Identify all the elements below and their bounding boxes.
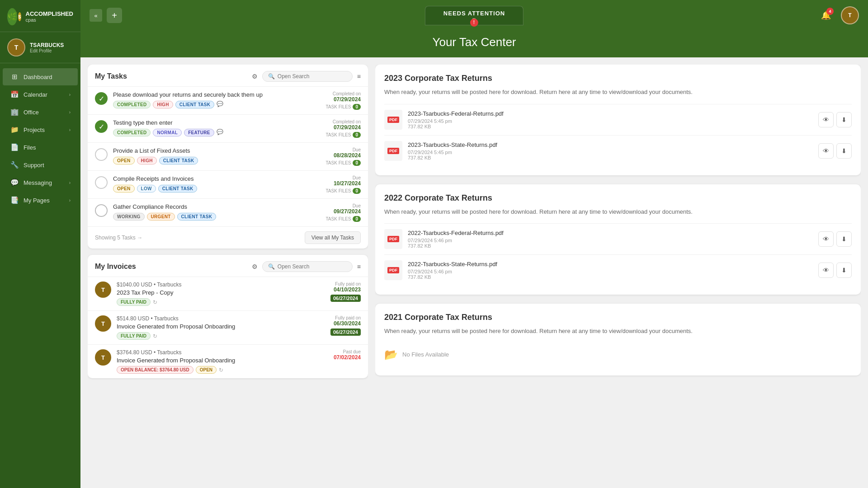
- sidebar-item-label: Dashboard: [24, 74, 52, 80]
- task-files-badge: 0: [353, 188, 361, 194]
- invoices-sort-icon[interactable]: ≡: [357, 263, 361, 270]
- tasks-sort-icon[interactable]: ≡: [357, 73, 361, 80]
- sidebar-item-support[interactable]: 🔧 Support: [3, 156, 78, 174]
- chevron-right-icon: ›: [69, 180, 71, 185]
- pdf-date: 07/29/2024 5:45 pm: [408, 150, 813, 155]
- chevron-right-icon: ›: [69, 92, 71, 97]
- invoice-content: $3764.80 USD • Tsarbucks Invoice Generat…: [117, 349, 301, 374]
- invoice-title[interactable]: Invoice Generated from Proposal Onboardi…: [117, 323, 301, 330]
- task-meta-label: Due: [302, 203, 361, 208]
- table-row: ✓ Testing type then enter COMPLETED NORM…: [88, 114, 368, 142]
- task-check-completed[interactable]: ✓: [95, 92, 108, 105]
- invoice-title[interactable]: 2023 Tax Prep - Copy: [117, 289, 301, 296]
- pdf-item: PDF 2023-Tsarbucks-State-Returns.pdf 07/…: [384, 135, 852, 166]
- right-column: 2023 Corporate Tax Returns When ready, y…: [375, 65, 861, 481]
- my-invoices-card: My Invoices ⚙ 🔍 ≡ T $1040.00 USD • Tsarb…: [88, 255, 368, 378]
- pdf-icon: PDF: [384, 110, 402, 130]
- task-tags: OPEN HIGH CLIENT TASK: [113, 157, 297, 164]
- tasks-search-bar: 🔍: [262, 71, 353, 82]
- edit-profile-link[interactable]: Edit Profile: [30, 48, 64, 53]
- task-comment-icon[interactable]: 💬: [217, 129, 223, 136]
- list-item: T $514.80 USD • Tsarbucks Invoice Genera…: [88, 310, 368, 344]
- main-content: « + NEEDS ATTENTION ▼ ! 🔔 4 T Your Tax C…: [80, 0, 868, 488]
- needs-attention-banner[interactable]: NEEDS ATTENTION ▼ !: [425, 6, 524, 25]
- sidebar-item-mypages[interactable]: 📑 My Pages ›: [3, 192, 78, 209]
- add-button[interactable]: +: [107, 8, 122, 23]
- task-content: Provide a List of Fixed Assets OPEN HIGH…: [113, 147, 297, 164]
- invoice-title[interactable]: Invoice Generated from Proposal Onboardi…: [117, 357, 301, 364]
- invoice-content: $1040.00 USD • Tsarbucks 2023 Tax Prep -…: [117, 282, 301, 306]
- refresh-icon[interactable]: ↻: [153, 333, 157, 339]
- pdf-actions: 👁 ⬇: [818, 263, 852, 278]
- invoices-search-input[interactable]: [278, 263, 347, 270]
- pdf-size: 737.82 KB: [408, 155, 813, 160]
- task-files: TASK FILES 0: [302, 132, 361, 138]
- tax-section-title: 2022 Corporate Tax Returns: [384, 193, 852, 203]
- pdf-info: 2022-Tsarbucks-State-Returns.pdf 07/29/2…: [408, 261, 813, 280]
- invoice-avatar: T: [95, 315, 111, 332]
- task-tags: COMPLETED HIGH CLIENT TASK 💬: [113, 101, 297, 108]
- task-files-badge: 0: [353, 132, 361, 138]
- task-check-open[interactable]: [95, 176, 108, 189]
- invoice-avatar: T: [95, 349, 111, 366]
- pdf-download-button[interactable]: ⬇: [836, 143, 852, 159]
- sidebar-item-projects[interactable]: 📁 Projects ›: [3, 121, 78, 138]
- pdf-item: PDF 2022-Tsarbucks-Federal-Returns.pdf 0…: [384, 223, 852, 254]
- pdf-view-button[interactable]: 👁: [818, 143, 834, 159]
- task-check-open[interactable]: [95, 148, 108, 161]
- invoice-content: $514.80 USD • Tsarbucks Invoice Generate…: [117, 315, 301, 340]
- task-files-badge: 0: [353, 216, 361, 222]
- task-meta-label: Due: [302, 147, 361, 152]
- notification-button[interactable]: 🔔 4: [818, 8, 834, 23]
- tasks-search-input[interactable]: [278, 73, 347, 80]
- task-meta: Due 08/28/2024 TASK FILES 0: [302, 147, 361, 166]
- view-all-tasks-button[interactable]: View all My Tasks: [305, 231, 361, 244]
- invoice-meta: Past due 07/02/2024: [307, 349, 361, 361]
- pdf-view-button[interactable]: 👁: [818, 231, 834, 247]
- tasks-filter-icon[interactable]: ⚙: [252, 73, 258, 80]
- pdf-icon: PDF: [384, 260, 402, 280]
- sidebar-item-dashboard[interactable]: ⊞ Dashboard: [3, 68, 78, 85]
- top-user-avatar[interactable]: T: [841, 6, 859, 24]
- refresh-icon[interactable]: ↻: [219, 367, 223, 373]
- task-meta: Due 10/27/2024 TASK FILES 0: [302, 175, 361, 194]
- task-meta-label: Completed on: [302, 91, 361, 96]
- task-tags: OPEN LOW CLIENT TASK: [113, 185, 297, 192]
- folder-icon: 📂: [384, 348, 398, 361]
- pdf-download-button[interactable]: ⬇: [836, 231, 852, 247]
- my-tasks-card: My Tasks ⚙ 🔍 ≡ ✓ Please download your re…: [88, 65, 368, 249]
- task-meta-label: Due: [302, 175, 361, 180]
- tag-high: HIGH: [153, 101, 173, 108]
- top-right-controls: 🔔 4 T: [818, 6, 859, 24]
- tag-open-balance: OPEN BALANCE: $3764.80 USD: [117, 366, 193, 374]
- task-check-working[interactable]: [95, 204, 108, 217]
- sidebar-item-calendar[interactable]: 📅 Calendar ›: [3, 86, 78, 103]
- invoices-filter-icon[interactable]: ⚙: [252, 263, 258, 270]
- task-comment-icon[interactable]: 💬: [217, 101, 223, 108]
- refresh-icon[interactable]: ↻: [153, 299, 157, 305]
- sidebar-item-label: Support: [24, 162, 44, 169]
- notification-badge: 4: [826, 8, 834, 15]
- sidebar-item-office[interactable]: 🏢 Office ›: [3, 103, 78, 121]
- task-check-completed[interactable]: ✓: [95, 120, 108, 133]
- sidebar-item-files[interactable]: 📄 Files: [3, 139, 78, 156]
- tag-normal: NORMAL: [153, 129, 182, 136]
- task-title: Compile Receipts and Invoices: [113, 175, 297, 182]
- sidebar-item-messaging[interactable]: 💬 Messaging ›: [3, 174, 78, 191]
- pdf-download-button[interactable]: ⬇: [836, 112, 852, 127]
- invoices-search-bar: 🔍: [262, 261, 353, 272]
- task-title: Please download your returns and securel…: [113, 91, 297, 98]
- app-sub: cpas: [26, 17, 73, 23]
- sidebar: 🌿 $ ACCOMPLISHED cpas T TSARBUCKS Edit P…: [0, 0, 80, 488]
- pdf-download-button[interactable]: ⬇: [836, 263, 852, 278]
- tag-urgent: URGENT: [147, 213, 175, 221]
- pdf-view-button[interactable]: 👁: [818, 112, 834, 127]
- tag-high: HIGH: [137, 157, 157, 164]
- pdf-name: 2022-Tsarbucks-Federal-Returns.pdf: [408, 230, 813, 236]
- pdf-view-button[interactable]: 👁: [818, 263, 834, 278]
- sidebar-item-label: Files: [24, 144, 36, 151]
- task-date: 08/28/2024: [302, 152, 361, 159]
- tag-open: OPEN: [113, 185, 135, 192]
- collapse-sidebar-button[interactable]: «: [90, 9, 102, 22]
- pdf-actions: 👁 ⬇: [818, 143, 852, 159]
